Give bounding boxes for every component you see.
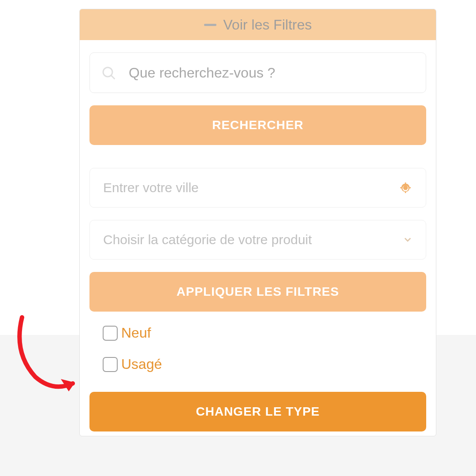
category-select[interactable]: Choisir la catégorie de votre produit [89,220,426,260]
apply-filters-button[interactable]: APPLIQUER LES FILTRES [89,272,426,312]
city-input[interactable]: Entrer votre ville [89,168,426,208]
svg-line-1 [111,75,114,78]
checkbox-box [103,357,118,372]
search-input[interactable] [129,65,415,81]
chevron-down-icon [403,235,413,245]
filter-panel-title: Voir les Filtres [223,17,312,33]
collapse-icon [204,24,216,26]
checkbox-label: Usagé [121,356,162,372]
filter-panel-header[interactable]: Voir les Filtres [80,9,436,40]
change-type-button[interactable]: CHANGER LE TYPE [89,392,426,431]
condition-checkbox-usage[interactable]: Usagé [103,356,413,372]
condition-checkbox-group: Neuf Usagé [89,312,426,392]
search-button[interactable]: RECHERCHER [89,105,426,145]
checkbox-label: Neuf [121,325,151,341]
locate-icon[interactable] [398,181,413,195]
filter-panel: Voir les Filtres RECHERCHER Entrer votre… [79,9,436,436]
checkbox-box [103,326,118,341]
filter-panel-body: RECHERCHER Entrer votre ville Choisir la… [80,40,436,436]
category-placeholder: Choisir la catégorie de votre produit [103,232,312,247]
condition-checkbox-neuf[interactable]: Neuf [103,325,413,341]
search-icon [100,65,116,81]
search-field-wrapper [89,52,426,93]
city-placeholder: Entrer votre ville [103,180,199,195]
